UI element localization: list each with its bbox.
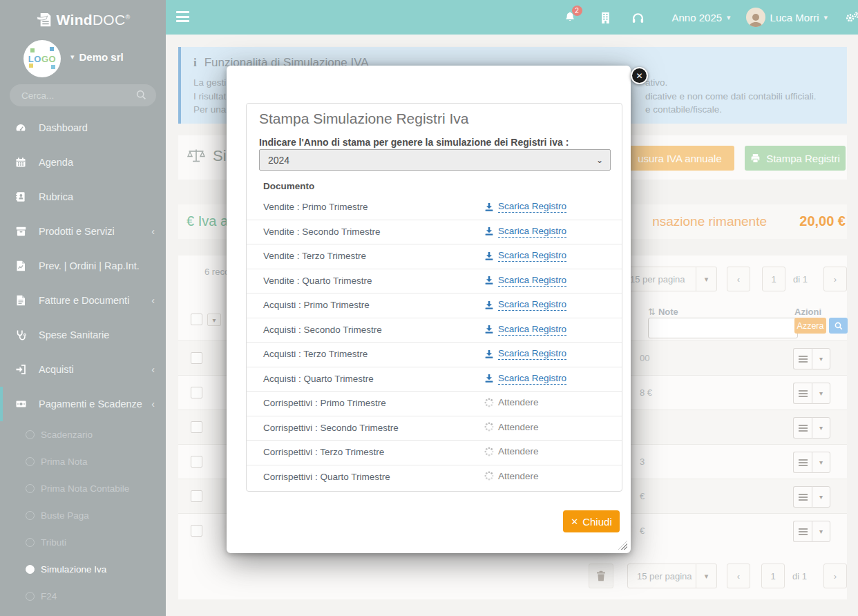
azzera-button[interactable]: Azzera — [794, 318, 826, 334]
row-checkbox[interactable] — [191, 525, 202, 537]
submenu-item-prima-nota[interactable]: Prima Nota — [0, 448, 166, 475]
winddoc-logo-icon — [36, 12, 53, 28]
row-dropdown-button[interactable]: ▾ — [812, 486, 830, 508]
scarica-registro-link[interactable]: Scarica Registro — [498, 250, 566, 262]
chevron-left-icon: ‹ — [151, 226, 155, 237]
document-row: Acquisti : Quarto Trimestre Scarica Regi… — [247, 367, 622, 392]
row-checkbox[interactable] — [191, 387, 202, 398]
note-column-header[interactable]: ⇅Note — [648, 307, 678, 317]
sidebar-item-agenda[interactable]: Agenda — [0, 145, 166, 180]
submenu-item-simulazione-iva[interactable]: Simulazione Iva — [0, 556, 166, 583]
stampa-registri-button[interactable]: Stampa Registri — [745, 146, 846, 171]
sidebar-item-spese-sanitarie[interactable]: Spese Sanitarie — [0, 318, 166, 352]
filter-search-button[interactable] — [829, 318, 848, 334]
scarica-registro-link[interactable]: Scarica Registro — [498, 226, 566, 238]
document-row: Corrispettivi : Terzo Trimestre Attender… — [247, 441, 622, 465]
per-page-select-top[interactable]: 15 per pagina ▾ — [620, 267, 717, 291]
row-checkbox[interactable] — [191, 456, 202, 468]
compensazione-label-fragment: nsazione rimanente — [652, 214, 767, 229]
notifications-button[interactable]: 2 — [563, 11, 577, 23]
scarica-registro-link[interactable]: Scarica Registro — [498, 348, 566, 360]
row-value-fragment: 00 — [640, 353, 649, 363]
scarica-registro-link[interactable]: Scarica Registro — [498, 324, 566, 336]
sidebar-item-acquisti[interactable]: Acquisti ‹ — [0, 352, 166, 387]
modal-resize-handle[interactable] — [618, 541, 627, 550]
company-registry-button[interactable] — [600, 12, 611, 23]
submenu-item-scadenzario[interactable]: Scadenzario — [0, 421, 166, 448]
row-dropdown-button[interactable]: ▾ — [812, 521, 830, 542]
row-menu-button[interactable] — [793, 383, 812, 404]
row-menu-button[interactable] — [793, 486, 812, 508]
gauge-icon — [14, 122, 28, 134]
search-input[interactable] — [10, 84, 127, 106]
delete-selected-button[interactable] — [589, 564, 613, 588]
sidebar-item-label: Prodotti e Servizi — [39, 226, 151, 237]
row-dropdown-button[interactable]: ▾ — [812, 348, 830, 369]
download-icon — [484, 227, 494, 236]
row-menu-button[interactable] — [793, 417, 812, 439]
row-dropdown-button[interactable]: ▾ — [812, 383, 830, 404]
document-action: Scarica Registro — [484, 250, 566, 262]
user-avatar — [746, 8, 765, 27]
select-all-checkbox[interactable] — [191, 314, 202, 325]
document-label: Acquisti : Primo Trimestre — [263, 300, 370, 310]
row-checkbox[interactable] — [191, 352, 202, 364]
spinner-icon — [484, 447, 494, 456]
page-number-input-top[interactable]: 1 — [762, 267, 785, 291]
row-checkbox[interactable] — [191, 490, 202, 502]
year-selector[interactable]: Anno 2025 ▾ — [672, 12, 731, 23]
hamburger-menu-icon[interactable] — [176, 11, 189, 23]
row-menu-button[interactable] — [793, 521, 812, 542]
submenu-item-prima-nota-contabile[interactable]: Prima Nota Contabile — [0, 475, 166, 502]
document-action: Scarica Registro — [484, 299, 566, 311]
attendere-label: Attendere — [498, 446, 539, 456]
per-page-select-bottom[interactable]: 15 per pagina ▾ — [627, 564, 717, 588]
scarica-registro-link[interactable]: Scarica Registro — [498, 201, 566, 213]
archive-icon — [14, 225, 28, 238]
submenu-item-label: F24 — [41, 591, 57, 601]
select-dropdown-button[interactable]: ▾ — [207, 314, 221, 326]
sidebar-item-dashboard[interactable]: Dashboard — [0, 110, 166, 145]
modal-close-button[interactable]: ✕ — [631, 67, 648, 84]
printer-icon — [750, 153, 761, 164]
sidebar-item-prev-ordini[interactable]: Prev. | Ordini | Rap.Int. — [0, 249, 166, 283]
row-menu-button[interactable] — [793, 348, 812, 369]
download-icon — [484, 325, 494, 334]
prev-page-button-top[interactable]: ‹ — [727, 267, 750, 291]
settings-button[interactable] — [844, 10, 858, 24]
next-page-button-bottom[interactable]: › — [823, 564, 847, 588]
note-filter-input[interactable] — [648, 318, 798, 338]
scarica-registro-link[interactable]: Scarica Registro — [498, 275, 566, 287]
attendere-label: Attendere — [498, 471, 539, 481]
row-menu-button[interactable] — [793, 452, 812, 473]
sidebar-item-pagamenti-e-scadenze[interactable]: Pagamenti e Scadenze ‹ — [0, 387, 166, 421]
next-page-button-top[interactable]: › — [823, 267, 847, 291]
user-menu[interactable]: Luca Morri ▾ — [746, 8, 828, 27]
submenu-item-buste-paga[interactable]: Buste Paga — [0, 502, 166, 529]
sidebar-item-prodotti-e-servizi[interactable]: Prodotti e Servizi ‹ — [0, 214, 166, 249]
caret-down-icon: ▾ — [727, 13, 731, 22]
prev-page-button-bottom[interactable]: ‹ — [727, 564, 750, 588]
row-dropdown-button[interactable]: ▾ — [812, 452, 830, 473]
scarica-registro-link[interactable]: Scarica Registro — [498, 373, 566, 385]
search-icon[interactable] — [136, 90, 146, 103]
sidebar-item-label: Agenda — [39, 157, 155, 168]
sidebar-item-rubrica[interactable]: Rubrica — [0, 180, 166, 214]
chiudi-button[interactable]: ✕ Chiudi — [563, 510, 620, 532]
download-icon — [484, 202, 494, 212]
modal-title: Stampa Simulazione Registri Iva — [259, 110, 468, 127]
year-select[interactable]: 2024 ⌄ — [259, 149, 611, 171]
submenu-item-f24[interactable]: F24 — [0, 583, 166, 610]
scarica-registro-link[interactable]: Scarica Registro — [498, 299, 566, 311]
support-button[interactable] — [631, 12, 645, 23]
document-label: Acquisti : Quarto Trimestre — [263, 374, 374, 384]
row-dropdown-button[interactable]: ▾ — [812, 417, 830, 439]
row-checkbox[interactable] — [191, 421, 202, 433]
sidebar-search — [10, 84, 156, 106]
sidebar-item-fatture-e-documenti[interactable]: Fatture e Documenti ‹ — [0, 283, 166, 318]
chiusura-iva-annuale-button[interactable]: usura IVA annuale — [625, 146, 734, 171]
page-number-input-bottom[interactable]: 1 — [761, 564, 785, 588]
download-icon — [484, 374, 494, 383]
submenu-item-tributi[interactable]: Tributi — [0, 529, 166, 556]
company-profile[interactable]: LOGO ▾ Demo srl — [0, 39, 166, 80]
